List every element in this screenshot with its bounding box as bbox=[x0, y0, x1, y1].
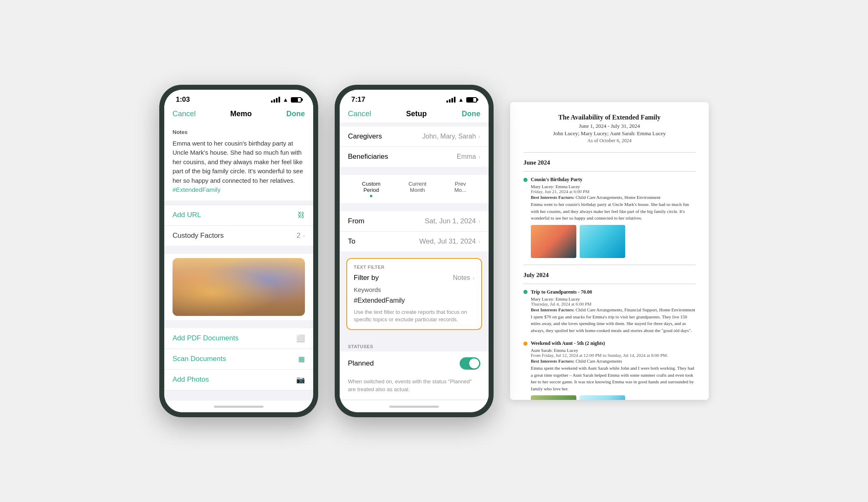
custody-factors-row[interactable]: Custody Factors 2 › bbox=[164, 225, 313, 246]
event-desc-party: Emma went to her cousin's birthday party… bbox=[531, 201, 695, 222]
event-photo-2 bbox=[580, 225, 625, 258]
doc-divider-july2 bbox=[523, 284, 695, 284]
filter-by-value: Notes bbox=[453, 274, 470, 282]
pdf-icon: ⬜ bbox=[296, 334, 305, 343]
doc-divider-july bbox=[523, 265, 695, 265]
from-row[interactable]: From Sat, Jun 1, 2024 › bbox=[340, 211, 489, 232]
link-icon: ⛓ bbox=[297, 211, 305, 220]
event-people-aunt: Aunt Sarah: Emma Lucey bbox=[531, 348, 695, 353]
add-photos-row[interactable]: Add Photos 📷 bbox=[164, 370, 313, 390]
tab-custom-period[interactable]: CustomPeriod bbox=[362, 181, 381, 197]
event-title-gp-trip: Trip to Grandparents - 70.00 bbox=[531, 289, 592, 295]
event-desc-gp-trip: I spent $70 on gas and snacks for Emma's… bbox=[531, 313, 695, 334]
event-factors-party: Best Interests Factors: Child Care Arran… bbox=[531, 195, 695, 200]
july-header: July 2024 bbox=[523, 272, 695, 279]
doc-as-of: As of October 6, 2024 bbox=[523, 138, 695, 144]
photo-section bbox=[164, 254, 313, 320]
nav-bar-1: Cancel Memo Done bbox=[164, 106, 313, 122]
status-time-2: 7:17 bbox=[351, 96, 365, 104]
event-title-party: Cousin's Birthday Party bbox=[531, 177, 583, 183]
event-header-aunt: Weekend with Aunt - 5th (2 nights) bbox=[523, 340, 695, 347]
caregivers-value: John, Mary, Sarah bbox=[422, 133, 476, 140]
memo-content: Notes Emma went to her cousin's birthday… bbox=[164, 122, 313, 401]
beneficiaries-row[interactable]: Beneficiaries Emma › bbox=[340, 147, 489, 167]
chevron-caregivers: › bbox=[478, 133, 480, 140]
photos-icon: 📷 bbox=[296, 375, 305, 384]
to-label: To bbox=[348, 237, 355, 246]
phone-2: 7:17 ▲ Cancel Setup Done bbox=[335, 85, 494, 417]
event-dot-gp-trip bbox=[523, 290, 528, 294]
to-value-group: Wed, Jul 31, 2024 › bbox=[420, 237, 480, 246]
phone-1: 1:03 ▲ Cancel Memo Done bbox=[159, 85, 318, 417]
filter-by-row[interactable]: Filter by Notes › bbox=[354, 274, 475, 282]
add-pdf-label: Add PDF Documents bbox=[173, 334, 239, 342]
beneficiaries-value-group: Emma › bbox=[457, 153, 480, 160]
chevron-to: › bbox=[478, 238, 480, 245]
custody-right: 2 › bbox=[297, 232, 305, 240]
event-title-aunt: Weekend with Aunt - 5th (2 nights) bbox=[531, 340, 605, 347]
notes-section: Notes Emma went to her cousin's birthday… bbox=[164, 122, 313, 201]
from-value-group: Sat, Jun 1, 2024 › bbox=[425, 217, 481, 225]
cancel-button-2[interactable]: Cancel bbox=[348, 110, 371, 118]
battery-icon-2 bbox=[466, 97, 477, 103]
event-desc-aunt: Emma spent the weekend with Aunt Sarah w… bbox=[531, 365, 695, 392]
caregivers-row[interactable]: Caregivers John, Mary, Sarah › bbox=[340, 127, 489, 147]
to-row[interactable]: To Wed, Jul 31, 2024 › bbox=[340, 232, 489, 251]
doc-divider-top bbox=[523, 152, 695, 153]
add-pdf-row[interactable]: Add PDF Documents ⬜ bbox=[164, 328, 313, 349]
statuses-label: STATUSES bbox=[340, 338, 489, 351]
from-value: Sat, Jun 1, 2024 bbox=[425, 217, 476, 225]
notes-label: Notes bbox=[173, 128, 305, 139]
participants-section: Caregivers John, Mary, Sarah › Beneficia… bbox=[340, 127, 489, 167]
keywords-value[interactable]: #ExtendedFamily bbox=[354, 297, 475, 304]
phone-1-screen: 1:03 ▲ Cancel Memo Done bbox=[164, 90, 313, 412]
event-photo-1 bbox=[531, 225, 576, 258]
event-factors-aunt: Best Interests Factors: Child Care Arran… bbox=[531, 359, 695, 363]
text-filter-box: TEXT FILTER Filter by Notes › Keywords #… bbox=[346, 258, 482, 330]
filter-by-label: Filter by bbox=[354, 274, 379, 282]
scan-icon: ▦ bbox=[298, 355, 305, 363]
chevron-from: › bbox=[478, 218, 480, 225]
tab-current-month[interactable]: CurrentMonth bbox=[408, 181, 426, 197]
date-section: From Sat, Jun 1, 2024 › To Wed, Jul 31, … bbox=[340, 211, 489, 251]
event-photos-aunt bbox=[531, 395, 695, 400]
planned-label: Planned bbox=[348, 359, 374, 368]
cancel-button-1[interactable]: Cancel bbox=[173, 110, 196, 118]
wifi-icon-1: ▲ bbox=[283, 96, 288, 103]
event-date-gp-trip: Thursday, Jul 4, 2024 at 6:00 PM bbox=[531, 301, 695, 306]
tab-prev-month[interactable]: PrevMo... bbox=[454, 181, 466, 197]
from-label: From bbox=[348, 217, 364, 225]
hashtag-text[interactable]: #ExtendedFamily bbox=[173, 186, 221, 193]
doc-date-range: June 1, 2024 - July 31, 2024 bbox=[523, 123, 695, 129]
custody-label: Custody Factors bbox=[173, 232, 224, 240]
notes-text[interactable]: Emma went to her cousin's birthday party… bbox=[173, 140, 303, 184]
add-url-label: Add URL bbox=[173, 211, 201, 219]
planned-toggle[interactable] bbox=[460, 357, 480, 370]
signal-icon-1 bbox=[271, 97, 280, 103]
filter-hint: Use the text filter to create reports th… bbox=[354, 308, 475, 323]
home-indicator-2 bbox=[340, 401, 489, 412]
event-photo-3 bbox=[531, 395, 576, 400]
add-url-row[interactable]: Add URL ⛓ bbox=[164, 205, 313, 225]
beneficiaries-value: Emma bbox=[457, 153, 476, 160]
filter-by-value-group: Notes › bbox=[453, 274, 475, 282]
nav-title-2: Setup bbox=[406, 110, 427, 118]
event-date-party: Friday, Jun 21, 2024 at 6:00 PM bbox=[531, 189, 695, 194]
done-button-1[interactable]: Done bbox=[286, 110, 305, 118]
doc-title: The Availability of Extended Family bbox=[523, 114, 695, 121]
event-header-party: Cousin's Birthday Party bbox=[523, 177, 695, 183]
done-button-2[interactable]: Done bbox=[462, 110, 480, 118]
event-people-gp-trip: Mary Lucey: Emma Lucey bbox=[531, 296, 695, 301]
event-factors-gp-trip: Best Interests Factors: Child Care Arran… bbox=[531, 307, 695, 312]
scan-docs-row[interactable]: Scan Documents ▦ bbox=[164, 349, 313, 370]
event-grandparents-trip: Trip to Grandparents - 70.00 Mary Lucey:… bbox=[523, 289, 695, 334]
event-date-aunt: From Friday, Jul 12, 2024 at 12:00 PM to… bbox=[531, 353, 695, 358]
setup-content: Caregivers John, Mary, Sarah › Beneficia… bbox=[340, 122, 489, 401]
planned-hint: When switched on, events with the status… bbox=[340, 375, 489, 399]
doc-participants: John Lucey; Mary Lucey; Aunt Sarah: Emma… bbox=[523, 130, 695, 137]
event-cousins-party: Cousin's Birthday Party Mary Lucey: Emma… bbox=[523, 177, 695, 258]
planned-row: Planned bbox=[340, 351, 489, 375]
nav-title-1: Memo bbox=[230, 110, 252, 118]
custody-count: 2 bbox=[297, 232, 300, 240]
june-header: June 2024 bbox=[523, 159, 695, 166]
